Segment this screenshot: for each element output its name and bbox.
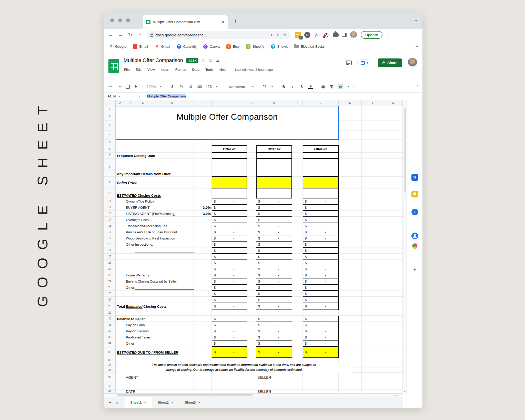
- tab-search-chevron-icon[interactable]: ⌄: [414, 17, 418, 22]
- grid-cell[interactable]: $-: [303, 266, 339, 272]
- row-header-12[interactable]: 12: [104, 204, 116, 211]
- bookmark-star-icon[interactable]: ☆: [283, 33, 287, 37]
- new-tab-button[interactable]: +: [234, 17, 237, 25]
- minimize-window-button[interactable]: [118, 18, 122, 22]
- format-percent-button[interactable]: %: [179, 85, 184, 89]
- grid-cell[interactable]: [247, 229, 256, 235]
- grid-cell[interactable]: [362, 217, 384, 223]
- share-button[interactable]: Share: [378, 58, 402, 67]
- grid-cell[interactable]: [362, 310, 384, 316]
- grid-cell[interactable]: $-: [303, 322, 339, 328]
- grid-cell[interactable]: $-: [303, 272, 339, 278]
- grid-cell[interactable]: $-: [303, 278, 339, 284]
- grid-cell[interactable]: [256, 140, 292, 145]
- column-header-J[interactable]: J: [303, 100, 339, 106]
- row-header-7[interactable]: 7: [104, 153, 116, 159]
- grid-cell[interactable]: [292, 229, 303, 235]
- sheet-tab-chevron-icon[interactable]: ▼: [144, 401, 146, 404]
- menu-file[interactable]: File: [124, 68, 130, 72]
- reload-icon[interactable]: ↻: [127, 32, 133, 38]
- grid-cell[interactable]: [194, 303, 212, 310]
- grid-cell[interactable]: $-: [212, 291, 247, 297]
- grid-cell[interactable]: [362, 145, 384, 153]
- grid-cell[interactable]: [247, 204, 256, 211]
- row-header-2[interactable]: 2: [104, 112, 116, 121]
- grid-cell[interactable]: [116, 198, 125, 204]
- window-controls[interactable]: [110, 18, 130, 22]
- vertical-scrollbar-thumb[interactable]: [404, 108, 406, 193]
- fonts-extension-icon[interactable]: f?: [314, 32, 320, 38]
- grid-cell[interactable]: $-: [256, 223, 292, 229]
- grid-cell[interactable]: [292, 159, 303, 177]
- grid-cell[interactable]: [339, 390, 362, 393]
- grid-cell[interactable]: [339, 177, 362, 188]
- grid-cell[interactable]: [150, 217, 194, 223]
- grid-cell[interactable]: [194, 340, 212, 346]
- grid-cell[interactable]: [292, 153, 303, 159]
- grid-cell[interactable]: [362, 328, 384, 334]
- grid-cell[interactable]: [362, 260, 384, 266]
- sheet-tab-chevron-icon[interactable]: ▼: [171, 401, 173, 404]
- grid-cell[interactable]: [247, 303, 256, 310]
- browser-menu-icon[interactable]: ⋮: [386, 32, 390, 38]
- column-header-A[interactable]: A: [116, 100, 125, 106]
- grid-cell[interactable]: $-: [303, 254, 339, 260]
- grid-cell[interactable]: [362, 177, 384, 188]
- grid-cell[interactable]: [384, 260, 403, 266]
- grid-cell[interactable]: [384, 198, 403, 204]
- grid-cell[interactable]: [303, 177, 339, 188]
- grid-cell[interactable]: $-: [256, 346, 292, 358]
- grid-cell[interactable]: $-: [303, 291, 339, 297]
- grid-cell[interactable]: [194, 373, 212, 382]
- grid-cell[interactable]: [292, 188, 303, 198]
- grid-cell[interactable]: $-: [212, 211, 247, 217]
- grid-cell[interactable]: [292, 291, 303, 297]
- grid-cell[interactable]: [339, 310, 362, 316]
- grid-cell[interactable]: $-: [256, 217, 292, 223]
- calendar-icon[interactable]: 31: [411, 174, 418, 181]
- grid-cell[interactable]: [212, 140, 247, 145]
- doc-title[interactable]: Multiple Offer Comparison: [124, 57, 183, 63]
- text-color-button[interactable]: A: [308, 84, 313, 89]
- grid-cell[interactable]: $-: [303, 316, 339, 322]
- grid-cell[interactable]: [292, 328, 303, 334]
- row-header-18[interactable]: 18: [104, 241, 116, 247]
- grid-cell[interactable]: $-: [303, 223, 339, 229]
- menu-edit[interactable]: Edit: [136, 68, 142, 72]
- grid-cell[interactable]: $-: [256, 198, 292, 204]
- vertical-scrollbar[interactable]: ▼: [403, 100, 407, 393]
- grid-cell[interactable]: [116, 211, 125, 217]
- grid-cell[interactable]: [247, 278, 256, 284]
- grid-cell[interactable]: $-: [256, 254, 292, 260]
- grid-cell[interactable]: [194, 177, 212, 188]
- grid-cell[interactable]: [339, 188, 362, 198]
- grid-cell[interactable]: Offer #3: [303, 145, 339, 153]
- grid-cell[interactable]: [384, 112, 403, 121]
- grid-cell[interactable]: [125, 382, 136, 390]
- grid-cell[interactable]: $-: [212, 235, 247, 241]
- grid-cell[interactable]: [339, 112, 362, 121]
- grid-cell[interactable]: $-: [303, 235, 339, 241]
- row-header-29[interactable]: 29: [104, 310, 116, 316]
- fill-color-icon[interactable]: [321, 85, 325, 88]
- grid-cell[interactable]: [339, 254, 362, 260]
- menu-insert[interactable]: Insert: [161, 68, 169, 72]
- grid-cell[interactable]: [150, 340, 194, 346]
- grid-cell[interactable]: [194, 188, 212, 198]
- move-folder-icon[interactable]: 🗀: [208, 58, 213, 63]
- grid-cell[interactable]: [292, 284, 303, 291]
- grid-cell[interactable]: $-: [303, 241, 339, 247]
- grid-cell[interactable]: [339, 340, 362, 346]
- back-icon[interactable]: ←: [108, 32, 114, 38]
- grid-cell[interactable]: [339, 229, 362, 235]
- grid-cell[interactable]: $-: [256, 211, 292, 217]
- grid-cell[interactable]: $-: [303, 284, 339, 291]
- grid-cell[interactable]: [247, 272, 256, 278]
- grid-cell[interactable]: $-: [256, 278, 292, 284]
- grid-cell[interactable]: [150, 204, 194, 211]
- grid-cell[interactable]: [362, 322, 384, 328]
- grid-cell[interactable]: [116, 310, 125, 316]
- grid-cell[interactable]: [339, 328, 362, 334]
- sidebar-toggle-icon[interactable]: [342, 33, 347, 37]
- grid-cell[interactable]: [292, 223, 303, 229]
